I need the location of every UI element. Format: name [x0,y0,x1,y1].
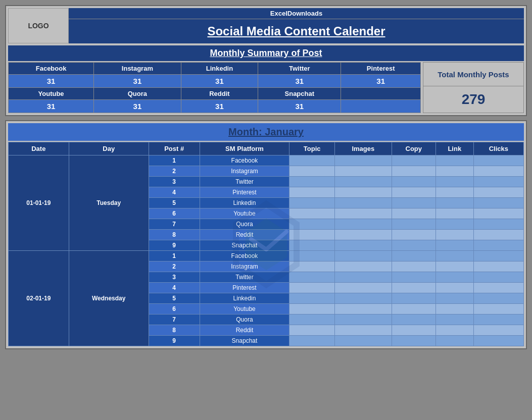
copy-cell[interactable] [392,155,436,166]
copy-cell[interactable] [392,166,436,177]
copy-cell[interactable] [392,314,436,325]
total-posts-box: Total Monthly Posts 279 [423,62,524,113]
link-cell[interactable] [436,166,473,177]
topic-cell[interactable] [289,283,335,293]
images-cell[interactable] [334,251,392,261]
topic-cell[interactable] [289,230,335,240]
topic-cell[interactable] [289,198,335,208]
images-cell[interactable] [334,208,392,219]
link-cell[interactable] [436,208,473,219]
copy-cell[interactable] [392,177,436,187]
col-copy: Copy [392,142,436,155]
copy-cell[interactable] [392,187,436,198]
topic-cell[interactable] [289,166,335,177]
date-cell: 02-01-19 [9,251,69,346]
clicks-cell[interactable] [473,230,523,240]
link-cell[interactable] [436,219,473,230]
copy-cell[interactable] [392,283,436,293]
topic-cell[interactable] [289,325,335,336]
platform-cell: Pinterest [200,283,289,293]
topic-cell[interactable] [289,336,335,346]
copy-cell[interactable] [392,272,436,283]
images-cell[interactable] [334,177,392,187]
instagram-label: Instagram [94,63,181,75]
link-cell[interactable] [436,272,473,283]
clicks-cell[interactable] [473,304,523,314]
topic-cell[interactable] [289,272,335,283]
clicks-cell[interactable] [473,208,523,219]
post-num-cell: 1 [149,251,200,261]
images-cell[interactable] [334,304,392,314]
copy-cell[interactable] [392,251,436,261]
clicks-cell[interactable] [473,155,523,166]
quora-label: Quora [94,88,181,100]
link-cell[interactable] [436,155,473,166]
copy-cell[interactable] [392,240,436,251]
clicks-cell[interactable] [473,177,523,187]
topic-cell[interactable] [289,251,335,261]
copy-cell[interactable] [392,304,436,314]
link-cell[interactable] [436,187,473,198]
copy-cell[interactable] [392,325,436,336]
copy-cell[interactable] [392,230,436,240]
link-cell[interactable] [436,325,473,336]
col-date: Date [9,142,69,155]
clicks-cell[interactable] [473,314,523,325]
topic-cell[interactable] [289,177,335,187]
copy-cell[interactable] [392,336,436,346]
clicks-cell[interactable] [473,166,523,177]
clicks-cell[interactable] [473,272,523,283]
link-cell[interactable] [436,314,473,325]
images-cell[interactable] [334,272,392,283]
topic-cell[interactable] [289,304,335,314]
link-cell[interactable] [436,304,473,314]
link-cell[interactable] [436,261,473,272]
copy-cell[interactable] [392,261,436,272]
clicks-cell[interactable] [473,336,523,346]
topic-cell[interactable] [289,155,335,166]
clicks-cell[interactable] [473,198,523,208]
images-cell[interactable] [334,187,392,198]
clicks-cell[interactable] [473,325,523,336]
images-cell[interactable] [334,198,392,208]
link-cell[interactable] [436,251,473,261]
topic-cell[interactable] [289,240,335,251]
link-cell[interactable] [436,177,473,187]
images-cell[interactable] [334,293,392,304]
images-cell[interactable] [334,325,392,336]
images-cell[interactable] [334,283,392,293]
link-cell[interactable] [436,198,473,208]
link-cell[interactable] [436,336,473,346]
copy-cell[interactable] [392,198,436,208]
topic-cell[interactable] [289,208,335,219]
topic-cell[interactable] [289,314,335,325]
link-cell[interactable] [436,230,473,240]
images-cell[interactable] [334,219,392,230]
link-cell[interactable] [436,293,473,304]
images-cell[interactable] [334,240,392,251]
images-cell[interactable] [334,314,392,325]
copy-cell[interactable] [392,219,436,230]
clicks-cell[interactable] [473,240,523,251]
clicks-cell[interactable] [473,187,523,198]
topic-cell[interactable] [289,219,335,230]
link-cell[interactable] [436,283,473,293]
clicks-cell[interactable] [473,283,523,293]
link-cell[interactable] [436,240,473,251]
copy-cell[interactable] [392,208,436,219]
images-cell[interactable] [334,166,392,177]
topic-cell[interactable] [289,261,335,272]
clicks-cell[interactable] [473,261,523,272]
clicks-cell[interactable] [473,293,523,304]
images-cell[interactable] [334,261,392,272]
topic-cell[interactable] [289,293,335,304]
clicks-cell[interactable] [473,219,523,230]
platform-cell: Facebook [200,155,289,166]
images-cell[interactable] [334,155,392,166]
images-cell[interactable] [334,336,392,346]
images-cell[interactable] [334,230,392,240]
topic-cell[interactable] [289,187,335,198]
copy-cell[interactable] [392,293,436,304]
pinterest-label: Pinterest [341,63,421,75]
clicks-cell[interactable] [473,251,523,261]
